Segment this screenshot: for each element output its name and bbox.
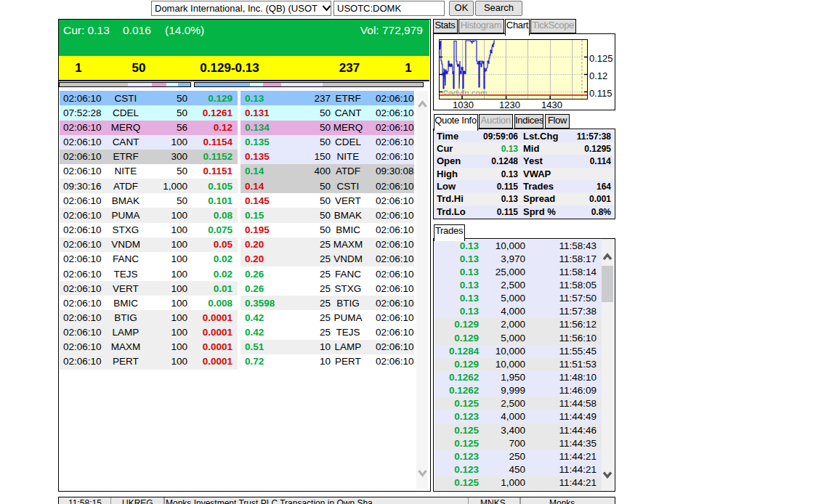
svg-text:©advfn.com: ©advfn.com [442,89,488,97]
